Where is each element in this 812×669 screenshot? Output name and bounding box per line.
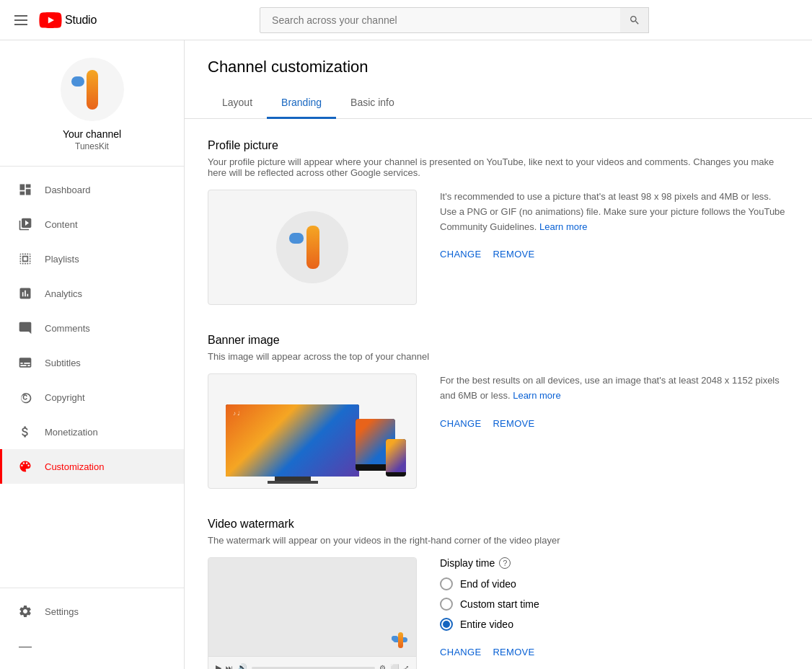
analytics-icon xyxy=(17,285,33,301)
banner-image-preview: ♪ ♩ xyxy=(208,373,417,489)
profile-remove-button[interactable]: REMOVE xyxy=(493,244,534,264)
nav-item-comments[interactable]: Comments xyxy=(0,311,184,345)
tab-layout[interactable]: Layout xyxy=(208,88,267,119)
radio-group: End of video Custom start time Entire vi… xyxy=(440,577,789,631)
radio-circle-end xyxy=(440,577,453,590)
tabs: Layout Branding Basic info xyxy=(208,88,789,118)
profile-learn-more-link[interactable]: Learn more xyxy=(539,221,587,232)
radio-entire-video[interactable]: Entire video xyxy=(440,618,789,631)
nav-item-playlists[interactable]: Playlists xyxy=(0,242,184,276)
watermark-logo-preview xyxy=(390,630,410,650)
customization-label: Customization xyxy=(45,461,104,472)
profile-picture-title: Profile picture xyxy=(208,139,789,152)
playlists-icon xyxy=(17,251,33,267)
divider-icon: — xyxy=(17,638,33,654)
banner-action-buttons: CHANGE REMOVE xyxy=(440,414,789,433)
sidebar-bottom: Settings — xyxy=(0,588,184,669)
video-watermark-section: Video watermark The watermark will appea… xyxy=(208,518,789,669)
nav-item-monetization[interactable]: Monetization xyxy=(0,415,184,449)
hamburger-menu[interactable] xyxy=(12,12,30,28)
banner-change-button[interactable]: CHANGE xyxy=(440,414,481,433)
watermark-info: Display time ? End of video Custom start… xyxy=(440,557,789,662)
profile-change-button[interactable]: CHANGE xyxy=(440,244,481,264)
nav-item-dashboard[interactable]: Dashboard xyxy=(0,172,184,207)
banner-image-body: ♪ ♩ xyxy=(208,373,789,489)
comments-label: Comments xyxy=(45,323,90,334)
sidebar: Your channel TunesKit Dashboard Content … xyxy=(0,40,185,669)
nav-item-content[interactable]: Content xyxy=(0,207,184,242)
page-header: Channel customization Layout Branding Ba… xyxy=(185,40,812,119)
skip-icon: ⏭ xyxy=(226,664,233,669)
customization-icon xyxy=(17,458,33,474)
profile-picture-info: It's recommended to use a picture that's… xyxy=(440,190,789,264)
subtitles-icon xyxy=(17,355,33,371)
nav-item-subtitles[interactable]: Subtitles xyxy=(0,345,184,380)
search-icon xyxy=(629,14,640,26)
dashboard-label: Dashboard xyxy=(45,185,91,195)
watermark-title: Video watermark xyxy=(208,518,789,531)
nav-item-settings[interactable]: Settings xyxy=(0,594,184,629)
radio-circle-custom xyxy=(440,598,453,611)
tab-branding[interactable]: Branding xyxy=(267,88,336,119)
watermark-body: ▶ ⏭ 🔊 ⚙ ⬜ ⤢ Display time ? xyxy=(208,557,789,669)
youtube-logo: Studio xyxy=(39,12,97,28)
profile-logo xyxy=(283,218,341,276)
radio-custom-start[interactable]: Custom start time xyxy=(440,598,789,611)
settings-icon xyxy=(17,603,33,619)
nav-item-customization[interactable]: Customization xyxy=(0,449,184,484)
radio-circle-entire xyxy=(440,618,453,631)
settings-label: Settings xyxy=(45,606,79,617)
profile-picture-section: Profile picture Your profile picture wil… xyxy=(208,139,789,305)
tab-basic-info[interactable]: Basic info xyxy=(336,88,409,119)
player-controls-bar: ▶ ⏭ 🔊 ⚙ ⬜ ⤢ xyxy=(208,656,416,669)
settings-control-icon: ⚙ xyxy=(379,664,386,669)
monitor: ♪ ♩ xyxy=(226,404,359,484)
playlists-label: Playlists xyxy=(45,254,79,265)
banner-image-section: Banner image This image will appear acro… xyxy=(208,334,789,489)
channel-info: Your channel TunesKit xyxy=(0,46,184,167)
phone xyxy=(386,439,406,477)
watermark-remove-button[interactable]: REMOVE xyxy=(493,642,534,662)
youtube-icon xyxy=(39,12,62,28)
watermark-preview: ▶ ⏭ 🔊 ⚙ ⬜ ⤢ xyxy=(208,557,417,669)
profile-picture-body: It's recommended to use a picture that's… xyxy=(208,190,789,305)
fullscreen-icon: ⤢ xyxy=(403,664,409,669)
channel-handle: TunesKit xyxy=(75,141,109,151)
nav-item-analytics[interactable]: Analytics xyxy=(0,276,184,311)
video-area xyxy=(208,558,416,656)
channel-name: Your channel xyxy=(63,128,121,140)
profile-avatar-preview xyxy=(276,211,348,283)
main-content: Channel customization Layout Branding Ba… xyxy=(185,40,812,669)
banner-image-title: Banner image xyxy=(208,334,789,347)
radio-end-of-video[interactable]: End of video xyxy=(440,577,789,590)
phone-screen xyxy=(386,439,406,473)
watermark-change-button[interactable]: CHANGE xyxy=(440,642,481,662)
page-content: Profile picture Your profile picture wil… xyxy=(185,119,812,669)
avatar xyxy=(61,58,124,121)
search-input[interactable] xyxy=(260,7,649,33)
profile-info-text: It's recommended to use a picture that's… xyxy=(440,190,789,234)
content-icon xyxy=(17,216,33,232)
help-icon[interactable]: ? xyxy=(499,557,511,569)
search-button[interactable] xyxy=(620,7,649,33)
profile-action-buttons: CHANGE REMOVE xyxy=(440,244,789,264)
header-left: Studio xyxy=(12,12,97,28)
banner-devices-container: ♪ ♩ xyxy=(219,379,406,484)
volume-icon: 🔊 xyxy=(237,663,247,669)
subtitles-label: Subtitles xyxy=(45,358,81,368)
miniplayer-icon: ⬜ xyxy=(390,664,399,669)
search-bar xyxy=(260,7,649,33)
banner-info-text: For the best results on all devices, use… xyxy=(440,373,789,404)
display-time-label: Display time ? xyxy=(440,557,789,569)
monitor-screen-wrap: ♪ ♩ xyxy=(226,404,359,477)
play-icon: ▶ xyxy=(216,663,221,669)
dashboard-icon xyxy=(17,182,33,198)
comments-icon xyxy=(17,320,33,336)
monitor-base xyxy=(268,481,318,484)
banner-remove-button[interactable]: REMOVE xyxy=(493,414,534,433)
monetization-label: Monetization xyxy=(45,427,98,438)
watermark-action-buttons: CHANGE REMOVE xyxy=(440,642,789,662)
banner-image-info: For the best results on all devices, use… xyxy=(440,373,789,433)
nav-item-copyright[interactable]: Copyright xyxy=(0,380,184,415)
banner-learn-more-link[interactable]: Learn more xyxy=(513,390,560,401)
